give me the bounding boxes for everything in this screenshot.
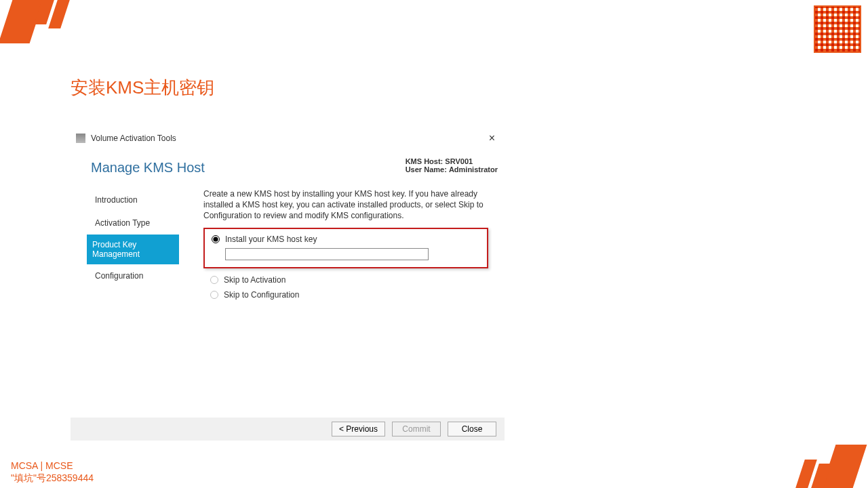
radio-skip-configuration[interactable] — [210, 291, 218, 299]
option-skip-activation-label: Skip to Activation — [224, 275, 285, 285]
wizard-heading: Manage KMS Host — [91, 160, 205, 176]
slide-footer: MCSA | MCSE "填坑"号258359444 — [11, 460, 94, 484]
option-skip-configuration[interactable]: Skip to Configuration — [203, 287, 488, 302]
step-introduction[interactable]: Introduction — [90, 188, 176, 211]
host-value: SRV001 — [445, 157, 473, 165]
install-key-highlight-box: Install your KMS host key — [203, 228, 488, 268]
radio-skip-activation[interactable] — [210, 276, 218, 284]
option-install-key-label: Install your KMS host key — [225, 235, 317, 244]
previous-button[interactable]: < Previous — [332, 422, 385, 436]
footer-line-1: MCSA | MCSE — [11, 460, 94, 472]
logo-bottom-right — [799, 445, 860, 488]
commit-button: Commit — [392, 422, 441, 436]
window-title: Volume Activation Tools — [91, 134, 176, 143]
host-info: KMS Host: SRV001 User Name: Administrato… — [406, 157, 498, 174]
close-icon[interactable]: × — [485, 133, 499, 144]
option-install-key[interactable]: Install your KMS host key — [212, 235, 480, 244]
slide-title: 安装KMS主机密钥 — [71, 76, 214, 100]
option-skip-activation[interactable]: Skip to Activation — [203, 272, 488, 287]
close-button[interactable]: Close — [448, 422, 496, 436]
step-activation-type[interactable]: Activation Type — [90, 211, 176, 235]
wizard-steps-sidebar: Introduction Activation Type Product Key… — [90, 188, 176, 287]
option-skip-configuration-label: Skip to Configuration — [224, 290, 299, 300]
wizard-window: Volume Activation Tools × Manage KMS Hos… — [71, 129, 505, 441]
wizard-content: Create a new KMS host by installing your… — [203, 188, 488, 302]
wizard-description: Create a new KMS host by installing your… — [203, 188, 488, 221]
app-icon — [76, 134, 85, 143]
user-value: Administrator — [449, 165, 498, 174]
user-label: User Name: — [406, 165, 447, 174]
qr-code-icon — [814, 5, 861, 53]
radio-install-key[interactable] — [212, 235, 220, 243]
step-configuration[interactable]: Configuration — [90, 264, 176, 287]
wizard-button-bar: < Previous Commit Close — [71, 418, 505, 441]
host-label: KMS Host: — [406, 157, 443, 165]
step-product-key-management[interactable]: Product Key Management — [87, 235, 179, 264]
footer-line-2: "填坑"号258359444 — [11, 472, 94, 484]
titlebar: Volume Activation Tools × — [71, 129, 505, 148]
kms-host-key-input[interactable] — [225, 248, 429, 260]
logo-top-left — [5, 0, 66, 43]
